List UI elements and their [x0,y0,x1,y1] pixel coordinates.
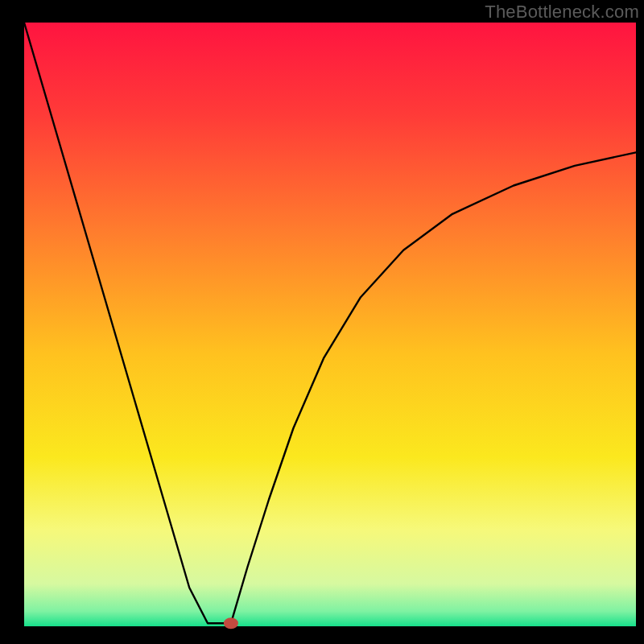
optimal-point-marker [224,617,238,629]
chart-frame: TheBottleneck.com [0,0,644,644]
plot-background [24,23,636,626]
watermark-text: TheBottleneck.com [485,2,639,23]
chart-plot [0,0,644,644]
